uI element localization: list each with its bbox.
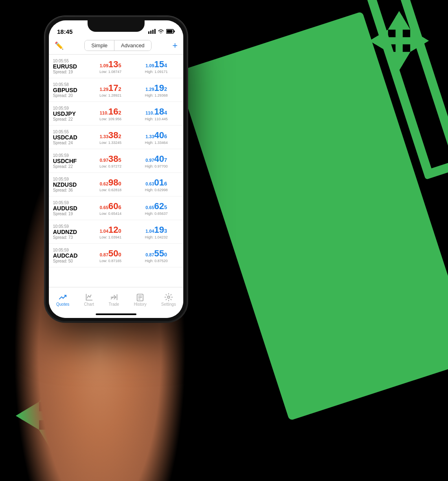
quote-bid: 1.33382 Low: 1.33245 xyxy=(88,130,134,145)
top-nav: ✏️ Simple Advanced + xyxy=(49,38,183,55)
trade-icon xyxy=(110,293,119,302)
quote-spread: Spread: 22 xyxy=(53,117,88,121)
quotes-list[interactable]: 10:05:55 EURUSD Spread: 19 1.09135 Low: … xyxy=(49,55,183,287)
quote-row[interactable]: 10:05:59 USDCHF Spread: 22 0.97385 Low: … xyxy=(49,149,183,173)
quote-time: 10:05:59 xyxy=(53,224,88,229)
trade-label: Trade xyxy=(109,302,119,307)
x-arrow-bottom-left xyxy=(12,375,94,457)
quote-time: 10:05:59 xyxy=(53,201,88,205)
quote-row[interactable]: 10:05:58 GBPUSD Spread: 20 1.29172 Low: … xyxy=(49,78,183,102)
quote-symbol: AUDCAD xyxy=(53,252,88,259)
notch xyxy=(88,20,145,32)
quote-row[interactable]: 10:05:59 AUDUSD Spread: 19 0.65606 Low: … xyxy=(49,196,183,220)
quote-symbol: GBPUSD xyxy=(53,87,88,93)
bottom-nav-item-chart[interactable]: Chart xyxy=(84,293,94,307)
quote-bid: 0.97385 Low: 0.97272 xyxy=(88,154,134,168)
quote-ask: 0.87550 High: 0.87520 xyxy=(134,248,180,263)
quote-row[interactable]: 10:05:59 NZDUSD Spread: 36 0.62980 Low: … xyxy=(49,173,183,196)
tab-advanced[interactable]: Advanced xyxy=(114,40,151,51)
quote-row[interactable]: 10:05:59 USDJPY Spread: 22 110.162 Low: … xyxy=(49,102,183,126)
svg-marker-9 xyxy=(376,36,384,46)
history-icon xyxy=(136,293,145,302)
quote-left: 10:05:55 USDCAD Spread: 24 xyxy=(53,130,88,145)
quote-ask: 1.04193 High: 1.04232 xyxy=(134,225,180,239)
quote-bid: 0.87500 Low: 0.87165 xyxy=(88,248,134,263)
quote-symbol: USDCHF xyxy=(53,158,88,164)
chart-icon xyxy=(85,293,94,302)
status-icons xyxy=(148,29,175,34)
quote-bid: 1.09135 Low: 1.08747 xyxy=(88,59,134,74)
quote-symbol: NZDUSD xyxy=(53,181,88,188)
bottom-nav-item-trade[interactable]: Trade xyxy=(109,293,119,307)
nav-tabs: Simple Advanced xyxy=(84,40,152,51)
quote-spread: Spread: 19 xyxy=(53,212,88,216)
signal-icon xyxy=(148,29,156,34)
phone-frame: 18:45 xyxy=(45,16,187,322)
svg-rect-13 xyxy=(150,31,152,34)
bottom-nav: Quotes Chart xyxy=(49,287,183,311)
quote-bid: 0.62980 Low: 0.62818 xyxy=(88,177,134,192)
svg-rect-15 xyxy=(154,29,156,34)
quote-spread: Spread: 24 xyxy=(53,141,88,145)
quote-ask: 0.65625 High: 0.65637 xyxy=(134,201,180,216)
quote-ask: 1.09154 High: 1.09171 xyxy=(134,59,180,74)
quote-symbol: USDCAD xyxy=(53,134,88,141)
quote-ask: 110.184 High: 110.445 xyxy=(134,106,180,121)
quote-symbol: EURUSD xyxy=(53,63,88,70)
svg-marker-5 xyxy=(47,434,59,444)
tab-simple[interactable]: Simple xyxy=(85,40,114,51)
quote-time: 10:05:55 xyxy=(53,130,88,134)
quote-ask: 1.29192 High: 1.29368 xyxy=(134,83,180,97)
battery-icon xyxy=(166,29,175,34)
quote-time: 10:05:55 xyxy=(53,59,88,63)
quote-row[interactable]: 10:05:55 USDCAD Spread: 24 1.33382 Low: … xyxy=(49,126,183,149)
quote-left: 10:05:59 USDCHF Spread: 22 xyxy=(53,153,88,169)
svg-marker-2 xyxy=(71,410,81,422)
quotes-label: Quotes xyxy=(56,302,69,307)
x-arrow-top-right xyxy=(367,8,432,73)
quotes-icon xyxy=(58,293,67,302)
phone-screen: 18:45 xyxy=(49,20,183,318)
svg-rect-14 xyxy=(152,30,154,34)
quote-time: 10:05:59 xyxy=(53,153,88,158)
quote-row[interactable]: 10:05:59 AUDNZD Spread: 73 1.04120 Low: … xyxy=(49,220,183,244)
quote-bid: 1.29172 Low: 1.28921 xyxy=(88,83,134,97)
svg-marker-3 xyxy=(24,410,35,422)
quote-symbol: AUDNZD xyxy=(53,229,88,235)
settings-icon xyxy=(164,293,173,302)
quote-spread: Spread: 36 xyxy=(53,188,88,192)
bottom-nav-item-history[interactable]: History xyxy=(134,293,147,307)
quote-time: 10:05:58 xyxy=(53,82,88,87)
quote-left: 10:05:59 NZDUSD Spread: 36 xyxy=(53,177,88,192)
wifi-icon xyxy=(158,29,164,34)
bottom-nav-item-quotes[interactable]: Quotes xyxy=(56,293,69,307)
quote-spread: Spread: 22 xyxy=(53,164,88,169)
bottom-nav-item-settings[interactable]: Settings xyxy=(161,293,176,307)
svg-marker-4 xyxy=(47,387,59,397)
quote-time: 10:05:59 xyxy=(53,106,88,110)
history-label: History xyxy=(134,302,147,307)
quote-left: 10:05:59 AUDUSD Spread: 19 xyxy=(53,201,88,216)
svg-marker-11 xyxy=(394,55,404,64)
quote-row[interactable]: 10:05:59 AUDCAD Spread: 50 0.87500 Low: … xyxy=(49,244,183,267)
quote-left: 10:05:59 AUDNZD Spread: 73 xyxy=(53,224,88,240)
quote-left: 10:05:55 EURUSD Spread: 19 xyxy=(53,59,88,74)
status-time: 18:45 xyxy=(57,28,72,35)
quote-symbol: USDJPY xyxy=(53,110,88,117)
quote-symbol: AUDUSD xyxy=(53,205,88,212)
settings-label: Settings xyxy=(161,302,176,307)
quote-left: 10:05:59 AUDCAD Spread: 50 xyxy=(53,248,88,263)
chart-label: Chart xyxy=(84,302,94,307)
quote-left: 10:05:58 GBPUSD Spread: 20 xyxy=(53,82,88,98)
quote-ask: 0.97407 High: 0.97700 xyxy=(134,154,180,168)
quote-spread: Spread: 20 xyxy=(53,93,88,98)
edit-icon[interactable]: ✏️ xyxy=(55,41,64,50)
quote-spread: Spread: 50 xyxy=(53,259,88,263)
add-button[interactable]: + xyxy=(172,40,178,51)
quote-left: 10:05:59 USDJPY Spread: 22 xyxy=(53,106,88,121)
svg-rect-17 xyxy=(167,30,173,33)
quote-row[interactable]: 10:05:55 EURUSD Spread: 19 1.09135 Low: … xyxy=(49,55,183,78)
svg-point-30 xyxy=(167,296,170,298)
quote-bid: 1.04120 Low: 1.03941 xyxy=(88,225,134,239)
quote-spread: Spread: 73 xyxy=(53,235,88,240)
